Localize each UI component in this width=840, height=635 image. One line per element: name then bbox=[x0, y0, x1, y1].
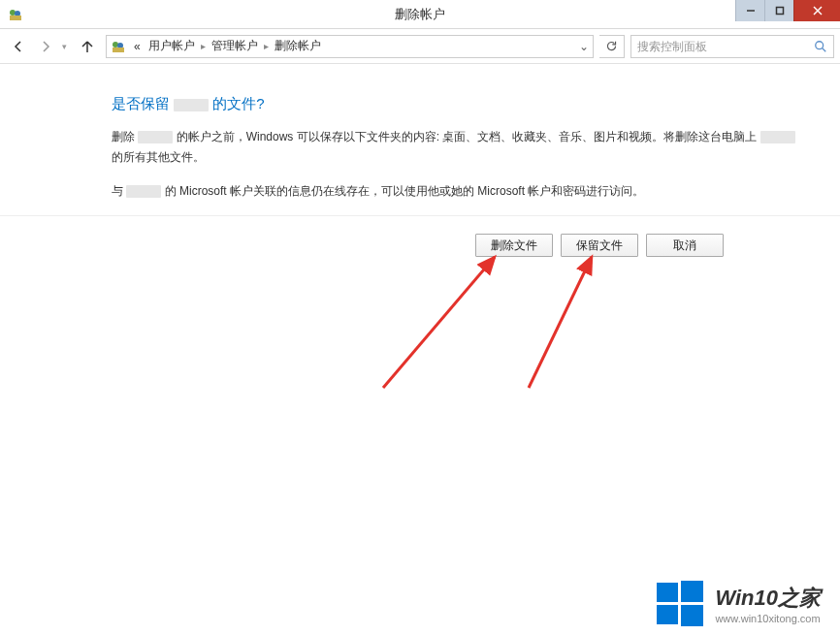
button-row: 删除文件 保留文件 取消 bbox=[0, 215, 840, 257]
svg-line-13 bbox=[383, 257, 495, 388]
app-icon bbox=[8, 7, 23, 22]
forward-button[interactable] bbox=[33, 34, 58, 59]
breadcrumb-prefix: « bbox=[130, 38, 145, 55]
recent-dropdown-icon[interactable]: ▾ bbox=[60, 42, 69, 51]
redacted-username bbox=[138, 131, 173, 143]
redacted-username bbox=[760, 131, 795, 143]
search-box[interactable] bbox=[630, 35, 834, 58]
breadcrumb-item-2[interactable]: 删除帐户 bbox=[271, 36, 325, 56]
svg-line-11 bbox=[823, 48, 826, 51]
delete-files-button[interactable]: 删除文件 bbox=[475, 234, 553, 257]
svg-rect-2 bbox=[10, 16, 21, 20]
refresh-button[interactable] bbox=[599, 35, 625, 58]
window-title: 删除帐户 bbox=[395, 6, 445, 23]
windows-logo-icon bbox=[655, 579, 705, 629]
breadcrumb-item-1[interactable]: 管理帐户 bbox=[208, 36, 262, 56]
svg-point-0 bbox=[10, 10, 16, 16]
minimize-button[interactable] bbox=[735, 0, 764, 21]
redacted-username bbox=[126, 185, 161, 198]
keep-files-button[interactable]: 保留文件 bbox=[561, 234, 638, 257]
chevron-right-icon[interactable]: ▸ bbox=[199, 41, 208, 51]
svg-line-14 bbox=[529, 257, 592, 388]
svg-point-10 bbox=[816, 41, 824, 48]
breadcrumb[interactable]: « 用户帐户 ▸ 管理帐户 ▸ 删除帐户 ⌄ bbox=[106, 35, 594, 58]
svg-rect-17 bbox=[657, 605, 678, 624]
svg-rect-15 bbox=[657, 583, 678, 602]
watermark-url: www.win10xitong.com bbox=[715, 613, 821, 624]
description-para-2: 与 的 Microsoft 帐户关联的信息仍在线存在，可以使用他或她的 Micr… bbox=[112, 181, 810, 202]
description-para-1: 删除 的帐户之前，Windows 可以保存以下文件夹的内容: 桌面、文档、收藏夹… bbox=[112, 127, 810, 168]
close-button[interactable] bbox=[793, 0, 840, 21]
svg-point-7 bbox=[113, 42, 118, 48]
svg-rect-18 bbox=[681, 605, 703, 626]
svg-rect-4 bbox=[776, 8, 783, 15]
watermark: Win10之家 www.win10xitong.com bbox=[655, 579, 821, 629]
redacted-username bbox=[174, 99, 209, 111]
breadcrumb-dropdown-icon[interactable]: ⌄ bbox=[579, 40, 589, 53]
breadcrumb-item-0[interactable]: 用户帐户 bbox=[145, 36, 199, 56]
back-button[interactable] bbox=[6, 34, 31, 59]
cancel-button[interactable]: 取消 bbox=[646, 234, 724, 257]
heading-suffix: 的文件? bbox=[209, 95, 265, 111]
svg-rect-16 bbox=[681, 581, 703, 602]
maximize-button[interactable] bbox=[764, 0, 793, 21]
content-area: 是否保留 的文件? 删除 的帐户之前，Windows 可以保存以下文件夹的内容:… bbox=[0, 64, 840, 257]
titlebar: 删除帐户 bbox=[0, 0, 840, 29]
search-icon[interactable] bbox=[814, 40, 827, 53]
svg-rect-9 bbox=[113, 48, 124, 52]
navbar: ▾ « 用户帐户 ▸ 管理帐户 ▸ 删除帐户 ⌄ bbox=[0, 29, 840, 64]
search-input[interactable] bbox=[637, 40, 827, 53]
chevron-right-icon[interactable]: ▸ bbox=[262, 41, 271, 51]
user-accounts-icon bbox=[111, 39, 126, 54]
window-controls bbox=[735, 0, 840, 21]
up-button[interactable] bbox=[75, 34, 100, 59]
heading-prefix: 是否保留 bbox=[112, 95, 174, 111]
page-heading: 是否保留 的文件? bbox=[112, 95, 810, 113]
watermark-title: Win10之家 bbox=[715, 584, 821, 613]
